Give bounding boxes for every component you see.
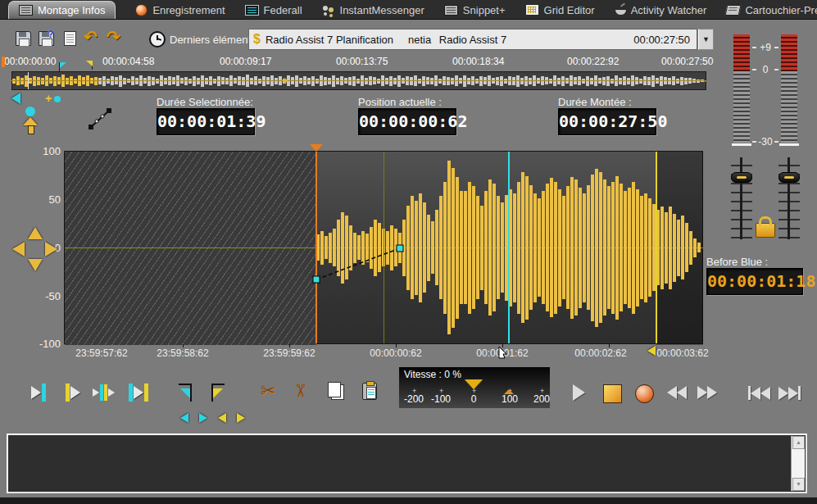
cartouche-icon (725, 5, 742, 16)
overview-time-4: 00:00:18:34 (452, 56, 504, 67)
play-from-markout-button[interactable] (66, 384, 80, 402)
mark-in-button[interactable] (179, 384, 192, 402)
speaker-head-icon[interactable] (25, 107, 35, 116)
tab-federall[interactable]: Federall (245, 1, 302, 19)
wave-bar (492, 184, 496, 311)
tab-activity-watcher[interactable]: Activity Watcher (615, 1, 707, 19)
overview-time-6: 00:00:27:50 (661, 56, 713, 67)
tab-instantmessenger[interactable]: InstantMessenger (322, 1, 424, 19)
split-icon[interactable]: ✂ (289, 384, 311, 398)
goto-selection-start-button[interactable] (31, 384, 46, 402)
waveform-editor[interactable] (64, 151, 703, 344)
meter-gray-zone (733, 71, 750, 143)
selected-duration-label: Durée Selectionnée: (157, 96, 253, 108)
fader-left[interactable] (731, 157, 752, 239)
markout-flag[interactable] (647, 346, 656, 356)
yellow-marker-line[interactable] (656, 152, 657, 343)
meter-tick (752, 47, 756, 48)
overview-playhead[interactable] (28, 72, 29, 89)
overview-cyan-flag[interactable] (60, 62, 66, 68)
amp-label-50: 50 (28, 193, 61, 206)
wave-bar (525, 176, 529, 320)
record-button[interactable] (635, 384, 654, 403)
wave-bar (546, 184, 549, 311)
pan-left-button[interactable] (12, 242, 25, 257)
wave-bar (660, 207, 664, 289)
rewind-button[interactable] (667, 386, 687, 399)
nudge-markin-left-button[interactable] (180, 413, 188, 423)
cut-icon[interactable]: ✂ (261, 380, 275, 402)
play-selection-button[interactable] (93, 384, 115, 401)
playhead-triangle-marker[interactable] (310, 144, 323, 152)
dropdown-arrow-button[interactable]: ▼ (698, 29, 714, 50)
blue-marker-line[interactable] (508, 152, 510, 343)
wave-bar (685, 223, 688, 272)
lock-icon[interactable] (756, 223, 775, 238)
fader-right-handle[interactable] (778, 172, 800, 183)
save-icon[interactable] (16, 31, 31, 46)
dropdown-title: Radio Assist 7 Planification (266, 34, 393, 46)
wave-bar (476, 196, 479, 299)
axis-tick (183, 344, 184, 347)
montage-duration-display: 00:00:27:50 (558, 108, 656, 135)
notes-text-area[interactable]: ▲ ▼ (7, 434, 807, 493)
nudge-markin-right-button[interactable] (199, 413, 207, 423)
wave-bar (681, 216, 684, 279)
play-between-marks-button[interactable] (129, 384, 148, 402)
paste-icon[interactable] (362, 383, 377, 400)
tab-snippet[interactable]: Snippet+ (444, 1, 506, 19)
back-to-start-button[interactable] (11, 93, 20, 104)
fader-right[interactable] (778, 157, 800, 239)
wave-bar (439, 196, 443, 299)
notes-scrollbar[interactable]: ▲ ▼ (791, 436, 805, 491)
copy-icon[interactable] (331, 384, 344, 400)
skip-to-start-button[interactable] (748, 386, 770, 400)
edit-start-line[interactable] (315, 152, 317, 343)
tab-montage-infos[interactable]: Montage Infos (8, 1, 116, 19)
overview-start-marker[interactable] (2, 57, 5, 67)
selected-duration-display: 00:00:01:39 (157, 108, 255, 135)
tab-label: InstantMessenger (340, 4, 424, 16)
fader-left-handle[interactable] (731, 172, 752, 183)
dollar-icon: $ (253, 32, 261, 47)
speed-slider-panel[interactable]: Vitesse : 0 % + + + + + -200 -100 0 100 … (399, 367, 550, 408)
scroll-up-button[interactable]: ▲ (792, 436, 805, 449)
timer-icon[interactable] (149, 31, 166, 48)
tab-grid-editor[interactable]: Grid Editor (525, 1, 595, 19)
wave-bar (689, 231, 692, 265)
speaker-arrow-icon[interactable] (23, 117, 38, 125)
mark-out-button[interactable] (211, 384, 225, 402)
last-elements-dropdown[interactable]: $ Radio Assist 7 Planification netia Rad… (248, 29, 697, 50)
window-bottom-edge (0, 497, 817, 504)
tab-cartouchier-prep[interactable]: Cartouchier-Prep (726, 1, 817, 19)
montage-duration-label: Durée Montée : (558, 96, 632, 108)
pan-right-button[interactable] (45, 242, 57, 257)
scroll-down-button[interactable]: ▼ (792, 478, 805, 491)
skip-to-end-button[interactable] (778, 386, 801, 400)
wave-bar (337, 220, 340, 276)
play-button[interactable] (573, 384, 585, 401)
envelope-tool-icon[interactable] (87, 106, 113, 132)
app-window: Montage Infos Enregistrement Federall In… (0, 0, 817, 504)
wave-bar (583, 193, 586, 302)
new-document-icon[interactable] (64, 31, 76, 46)
undo-icon[interactable]: ↶ (84, 30, 98, 44)
add-marker-dot-icon[interactable] (54, 96, 61, 102)
redo-icon[interactable]: ↷ (107, 30, 120, 44)
wave-bar (378, 223, 381, 272)
wave-bar (361, 231, 365, 265)
stop-button[interactable] (603, 384, 622, 403)
nudge-markout-left-button[interactable] (218, 413, 226, 423)
tab-enregistrement[interactable]: Enregistrement (135, 1, 225, 19)
nudge-markout-right-button[interactable] (237, 413, 245, 423)
meter-red-zone (781, 34, 797, 71)
pan-down-button[interactable] (28, 259, 43, 271)
fast-forward-button[interactable] (697, 386, 717, 399)
question-mark-icon: ? (48, 29, 53, 40)
wave-bar (620, 184, 623, 311)
pan-up-button[interactable] (28, 227, 43, 239)
overview-yellow-flag[interactable] (86, 61, 93, 66)
save-as-icon[interactable]: ? (39, 31, 54, 46)
wave-bar (320, 231, 324, 265)
add-marker-icon[interactable]: + (45, 92, 52, 105)
